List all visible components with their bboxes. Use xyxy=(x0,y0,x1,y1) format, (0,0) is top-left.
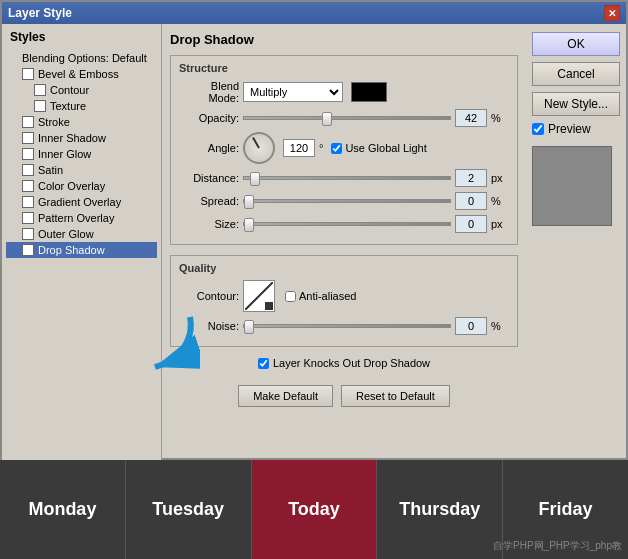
satin-checkbox[interactable] xyxy=(22,164,34,176)
pattern-overlay-label: Pattern Overlay xyxy=(38,212,114,224)
noise-row: Noise: 0 % xyxy=(179,317,509,335)
angle-row: Angle: 120 ° Use Global Light xyxy=(179,132,509,164)
preview-check[interactable]: Preview xyxy=(532,122,620,136)
cal-day-today[interactable]: Today xyxy=(252,460,378,559)
size-unit: px xyxy=(491,218,509,230)
noise-unit: % xyxy=(491,320,509,332)
color-overlay-checkbox[interactable] xyxy=(22,180,34,192)
contour-row: Contour: Anti-aliased xyxy=(179,280,509,312)
opacity-input[interactable]: 42 xyxy=(455,109,487,127)
distance-slider-thumb[interactable] xyxy=(250,172,260,186)
cal-day-today-label: Today xyxy=(288,499,340,520)
distance-input[interactable]: 2 xyxy=(455,169,487,187)
cal-day-thursday[interactable]: Thursday xyxy=(377,460,503,559)
dialog-content: Styles Blending Options: Default Bevel &… xyxy=(2,24,626,462)
drop-shadow-label: Drop Shadow xyxy=(38,244,105,256)
degree-symbol: ° xyxy=(319,142,323,154)
distance-row: Distance: 2 px xyxy=(179,169,509,187)
opacity-slider-thumb[interactable] xyxy=(322,112,332,126)
preview-checkbox[interactable] xyxy=(532,123,544,135)
cal-day-tuesday-label: Tuesday xyxy=(152,499,224,520)
outer-glow-label: Outer Glow xyxy=(38,228,94,240)
blend-mode-label: Blend Mode: xyxy=(179,80,239,104)
spread-slider-thumb[interactable] xyxy=(244,195,254,209)
watermark-text: 自学PHP网_PHP学习_php教 xyxy=(493,540,622,551)
structure-title: Structure xyxy=(179,62,509,74)
preview-label: Preview xyxy=(548,122,591,136)
new-style-button[interactable]: New Style... xyxy=(532,92,620,116)
anti-alias-check[interactable]: Anti-aliased xyxy=(285,290,356,302)
sidebar-item-inner-shadow[interactable]: Inner Shadow xyxy=(6,130,157,146)
sidebar-item-drop-shadow[interactable]: Drop Shadow xyxy=(6,242,157,258)
preview-box xyxy=(532,146,612,226)
sidebar-item-inner-glow[interactable]: Inner Glow xyxy=(6,146,157,162)
styles-panel: Styles Blending Options: Default Bevel &… xyxy=(2,24,162,462)
color-swatch[interactable] xyxy=(351,82,387,102)
distance-slider-container xyxy=(243,171,451,185)
blend-mode-row: Blend Mode: Multiply xyxy=(179,80,509,104)
angle-label: Angle: xyxy=(179,142,239,154)
satin-label: Satin xyxy=(38,164,63,176)
angle-dial[interactable] xyxy=(243,132,275,164)
blending-options-item[interactable]: Blending Options: Default xyxy=(6,50,157,66)
contour-checkbox[interactable] xyxy=(34,84,46,96)
bevel-emboss-checkbox[interactable] xyxy=(22,68,34,80)
stroke-checkbox[interactable] xyxy=(22,116,34,128)
close-button[interactable]: ✕ xyxy=(604,5,620,21)
anti-alias-checkbox[interactable] xyxy=(285,291,296,302)
sidebar-item-color-overlay[interactable]: Color Overlay xyxy=(6,178,157,194)
noise-slider-track xyxy=(243,324,451,328)
stroke-label: Stroke xyxy=(38,116,70,128)
texture-checkbox[interactable] xyxy=(34,100,46,112)
drop-shadow-checkbox[interactable] xyxy=(22,244,34,256)
use-global-checkbox[interactable] xyxy=(331,143,342,154)
inner-shadow-checkbox[interactable] xyxy=(22,132,34,144)
blend-mode-select[interactable]: Multiply xyxy=(243,82,343,102)
sidebar-item-texture[interactable]: Texture xyxy=(6,98,157,114)
layer-knocks-check[interactable]: Layer Knocks Out Drop Shadow xyxy=(170,357,518,369)
sidebar-item-satin[interactable]: Satin xyxy=(6,162,157,178)
noise-input[interactable]: 0 xyxy=(455,317,487,335)
gradient-overlay-checkbox[interactable] xyxy=(22,196,34,208)
noise-slider-thumb[interactable] xyxy=(244,320,254,334)
contour-label: Contour xyxy=(50,84,89,96)
distance-unit: px xyxy=(491,172,509,184)
opacity-label: Opacity: xyxy=(179,112,239,124)
gradient-overlay-label: Gradient Overlay xyxy=(38,196,121,208)
layer-knocks-checkbox[interactable] xyxy=(258,358,269,369)
bevel-emboss-label: Bevel & Emboss xyxy=(38,68,119,80)
size-slider-thumb[interactable] xyxy=(244,218,254,232)
cancel-button[interactable]: Cancel xyxy=(532,62,620,86)
ok-button[interactable]: OK xyxy=(532,32,620,56)
distance-label: Distance: xyxy=(179,172,239,184)
bottom-buttons: Make Default Reset to Default xyxy=(170,385,518,407)
color-overlay-label: Color Overlay xyxy=(38,180,105,192)
contour-preview[interactable] xyxy=(243,280,275,312)
size-slider-container xyxy=(243,217,451,231)
sidebar-item-gradient-overlay[interactable]: Gradient Overlay xyxy=(6,194,157,210)
title-bar: Layer Style ✕ xyxy=(2,2,626,24)
cal-day-monday[interactable]: Monday xyxy=(0,460,126,559)
pattern-overlay-checkbox[interactable] xyxy=(22,212,34,224)
blending-options-label: Blending Options: Default xyxy=(22,52,147,64)
cal-day-tuesday[interactable]: Tuesday xyxy=(126,460,252,559)
reset-default-button[interactable]: Reset to Default xyxy=(341,385,450,407)
use-global-check[interactable]: Use Global Light xyxy=(331,142,426,154)
contour-svg xyxy=(245,282,273,310)
sidebar-item-stroke[interactable]: Stroke xyxy=(6,114,157,130)
sidebar-item-bevel-emboss[interactable]: Bevel & Emboss xyxy=(6,66,157,82)
inner-glow-checkbox[interactable] xyxy=(22,148,34,160)
sidebar-item-pattern-overlay[interactable]: Pattern Overlay xyxy=(6,210,157,226)
angle-input[interactable]: 120 xyxy=(283,139,315,157)
cal-day-monday-label: Monday xyxy=(28,499,96,520)
sidebar-item-contour[interactable]: Contour xyxy=(6,82,157,98)
spread-unit: % xyxy=(491,195,509,207)
spread-label: Spread: xyxy=(179,195,239,207)
inner-glow-label: Inner Glow xyxy=(38,148,91,160)
spread-input[interactable]: 0 xyxy=(455,192,487,210)
outer-glow-checkbox[interactable] xyxy=(22,228,34,240)
size-input[interactable]: 0 xyxy=(455,215,487,233)
sidebar-item-outer-glow[interactable]: Outer Glow xyxy=(6,226,157,242)
size-label: Size: xyxy=(179,218,239,230)
make-default-button[interactable]: Make Default xyxy=(238,385,333,407)
